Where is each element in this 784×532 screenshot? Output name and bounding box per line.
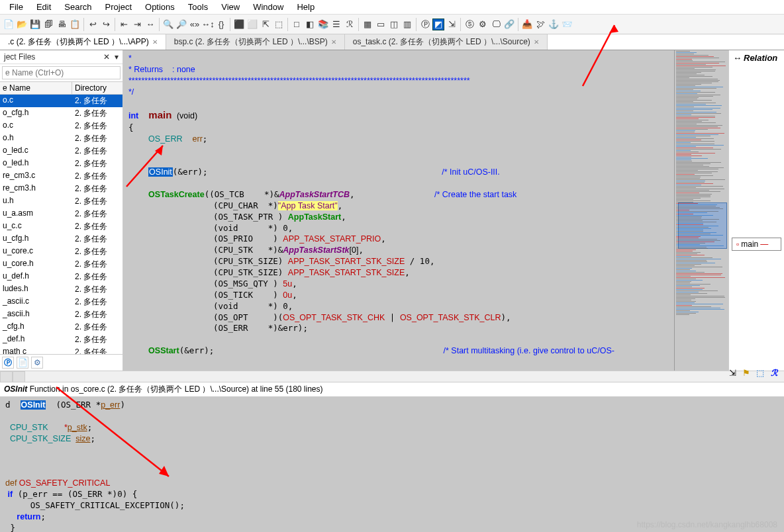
toolbar-btn-14[interactable]: 🔍 <box>162 19 174 30</box>
file-row[interactable]: re_cm3.c2. 多任务 <box>0 170 122 183</box>
toolbar-btn-23[interactable]: ⬚ <box>273 19 285 30</box>
file-row[interactable]: u_core.h2. 多任务 <box>0 258 122 271</box>
tab[interactable]: .c (2. 多任务（切换两个 LED ）\...\APP)✕ <box>0 34 166 50</box>
relation-node-main[interactable]: ▫main— <box>732 238 781 251</box>
tab[interactable]: os_task.c (2. 多任务（切换两个 LED ）\...\Source)… <box>345 34 548 50</box>
toolbar-btn-42[interactable]: 🖵 <box>490 19 502 30</box>
file-row[interactable]: math c2. 多任务 <box>0 346 122 354</box>
toolbar-btn-7[interactable]: ↩ <box>87 19 99 30</box>
file-row[interactable]: u_cfg.h2. 多任务 <box>0 233 122 245</box>
relation-arrow-icon: ↔ <box>733 53 742 63</box>
file-row[interactable]: o_led.h2. 多任务 <box>0 157 122 170</box>
toolbar-btn-46[interactable]: 🕊 <box>534 19 546 30</box>
file-row[interactable]: o_led.c2. 多任务 <box>0 145 122 157</box>
toolbar-btn-40[interactable]: ⓢ <box>464 19 475 30</box>
toolbar-btn-26[interactable]: ◧ <box>304 19 316 30</box>
menu-edit[interactable]: Edit <box>30 1 58 13</box>
toolbar-btn-20[interactable]: ⬛ <box>233 19 245 30</box>
toolbar-btn-1[interactable]: 📂 <box>16 19 28 30</box>
col-name-header[interactable]: e Name <box>0 82 72 94</box>
file-row[interactable]: ludes.h2. 多任务 <box>0 283 122 296</box>
file-row[interactable]: u_c.c2. 多任务 <box>0 220 122 233</box>
toolbar-btn-31[interactable]: ▦ <box>362 19 373 30</box>
toolbar-btn-16[interactable]: «» <box>189 19 201 30</box>
editor-tabs: .c (2. 多任务（切换两个 LED ）\...\APP)✕bsp.c (2.… <box>0 34 784 50</box>
icon-b[interactable]: ⚑ <box>740 367 752 378</box>
horizontal-scrollbar[interactable] <box>0 371 784 382</box>
toolbar-btn-48[interactable]: 📨 <box>561 19 573 30</box>
toolbar-btn-34[interactable]: ▥ <box>401 19 413 30</box>
tab[interactable]: bsp.c (2. 多任务（切换两个 LED ）\...\BSP)✕ <box>166 34 345 50</box>
file-list[interactable]: o.c2. 多任务o_cfg.h2. 多任务o.c2. 多任务o.h2. 多任务… <box>0 95 122 354</box>
menu-tools[interactable]: Tools <box>181 1 215 13</box>
toolbar-btn-17[interactable]: ↔↕ <box>202 19 214 30</box>
toolbar-btn-37[interactable]: ◩ <box>432 19 444 30</box>
file-row[interactable]: o.c2. 多任务 <box>0 95 122 107</box>
toolbar-btn-29[interactable]: ℛ <box>344 19 356 30</box>
toolbar-btn-8[interactable]: ↪ <box>100 19 112 30</box>
file-row[interactable]: u_def.h2. 多任务 <box>0 271 122 283</box>
menu-file[interactable]: File <box>3 1 30 13</box>
file-filter-input[interactable] <box>2 66 121 79</box>
toolbar-btn-4[interactable]: 🖶 <box>56 19 68 30</box>
col-dir-header[interactable]: Directory <box>72 82 122 94</box>
file-row[interactable]: _ascii.h2. 多任务 <box>0 308 122 321</box>
toolbar-btn-5[interactable]: 📋 <box>69 19 81 30</box>
toolbar-btn-33[interactable]: ◫ <box>388 19 400 30</box>
toolbar-btn-25[interactable]: □ <box>291 19 303 30</box>
toolbar-btn-47[interactable]: ⚓ <box>548 19 560 30</box>
file-row[interactable]: u_a.asm2. 多任务 <box>0 208 122 220</box>
toolbar-btn-32[interactable]: ▭ <box>375 19 387 30</box>
doc-icon[interactable]: 📄 <box>17 357 28 369</box>
status-detail: Function in os_core.c (2. 多任务（切换两个 LED ）… <box>27 384 322 394</box>
close-icon[interactable]: ✕ <box>331 38 336 46</box>
toolbar-btn-43[interactable]: 🔗 <box>503 19 515 30</box>
toolbar-btn-21[interactable]: ⬜ <box>246 19 258 30</box>
file-row[interactable]: _cfg.h2. 多任务 <box>0 321 122 333</box>
toolbar-btn-36[interactable]: Ⓟ <box>419 19 431 30</box>
code-editor[interactable]: * * Returns : none *********************… <box>123 50 674 371</box>
file-row[interactable]: o_cfg.h2. 多任务 <box>0 107 122 120</box>
file-row[interactable]: o.h2. 多任务 <box>0 132 122 145</box>
toolbar-btn-11[interactable]: ⇥ <box>131 19 143 30</box>
toolbar-btn-15[interactable]: 🔎 <box>175 19 187 30</box>
menu-search[interactable]: Search <box>58 1 98 13</box>
toolbar-btn-27[interactable]: 📚 <box>317 19 329 30</box>
file-row[interactable]: u.h2. 多任务 <box>0 195 122 208</box>
icon-a[interactable]: ⇲ <box>726 367 738 378</box>
file-row[interactable]: _ascii.c2. 多任务 <box>0 296 122 308</box>
toolbar-btn-12[interactable]: ↔ <box>144 19 156 30</box>
toolbar-btn-22[interactable]: ⇱ <box>260 19 271 30</box>
icon-r[interactable]: ℛ <box>768 367 780 378</box>
menu-window[interactable]: Window <box>246 1 290 13</box>
toolbar-btn-3[interactable]: 🗐 <box>42 19 54 30</box>
sidebar-title: ject Files <box>4 52 35 62</box>
menubar: File Edit Search Project Options Tools V… <box>0 0 784 15</box>
close-icon[interactable]: ✕ <box>152 38 158 46</box>
menu-help[interactable]: Help <box>290 1 321 13</box>
p-icon[interactable]: Ⓟ <box>2 357 14 369</box>
menu-view[interactable]: View <box>215 1 246 13</box>
menu-options[interactable]: Options <box>138 1 181 13</box>
toolbar-btn-38[interactable]: ⇲ <box>446 19 458 30</box>
file-row[interactable]: re_cm3.h2. 多任务 <box>0 183 122 195</box>
toolbar-btn-0[interactable]: 📄 <box>3 19 15 30</box>
toolbar-btn-28[interactable]: ☰ <box>330 19 342 30</box>
toolbar-btn-2[interactable]: 💾 <box>29 19 41 30</box>
icon-c[interactable]: ⬚ <box>754 367 766 378</box>
close-icon[interactable]: ✕ ▾ <box>103 52 119 62</box>
toolbar-btn-45[interactable]: 📥 <box>521 19 533 30</box>
minimap[interactable] <box>674 50 728 371</box>
toolbar-btn-41[interactable]: ⚙ <box>477 19 489 30</box>
toolbar-btn-18[interactable]: {} <box>215 19 227 30</box>
file-row[interactable]: o.c2. 多任务 <box>0 120 122 132</box>
status-bar: OSInit Function in os_core.c (2. 多任务（切换两… <box>0 382 784 397</box>
gear-icon[interactable]: ⚙ <box>31 357 43 369</box>
context-editor[interactable]: d OSInit (OS_ERR *p_err) CPU_STK *p_stk;… <box>0 397 784 532</box>
menu-project[interactable]: Project <box>99 1 138 13</box>
toolbar-btn-10[interactable]: ⇤ <box>118 19 130 30</box>
close-icon[interactable]: ✕ <box>534 38 539 46</box>
project-files-panel: ject Files ✕ ▾ e Name Directory o.c2. 多任… <box>0 50 123 371</box>
file-row[interactable]: u_core.c2. 多任务 <box>0 245 122 258</box>
file-row[interactable]: _def.h2. 多任务 <box>0 333 122 346</box>
